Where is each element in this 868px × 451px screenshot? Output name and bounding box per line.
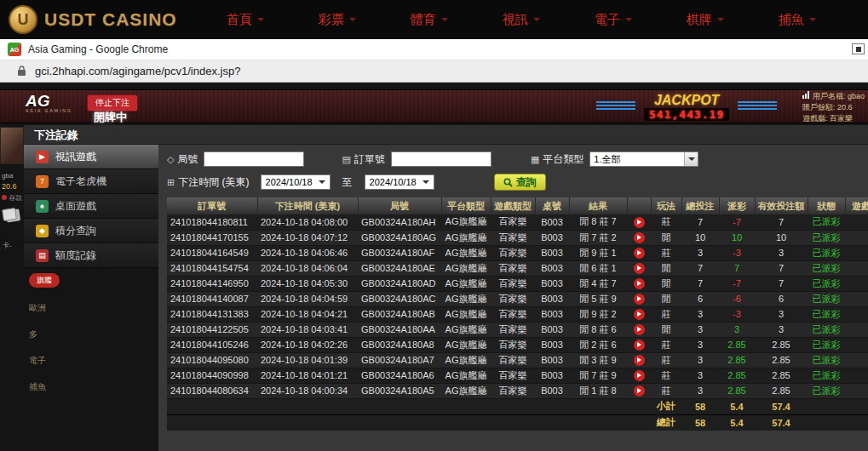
- cell-total-bet: 3: [681, 368, 719, 383]
- cell-round-number: GB00324A180AF: [358, 245, 441, 260]
- nav-item[interactable]: 視訊: [503, 12, 540, 28]
- chevron-down-icon: [533, 18, 540, 25]
- date-from-picker[interactable]: 2024/10/18: [261, 174, 331, 190]
- browser-address-bar[interactable]: gci.2hhapi.com/agingame/pcv1/index.jsp?: [0, 60, 868, 83]
- order-number-input[interactable]: [391, 151, 491, 167]
- cell-order-number: 241018044170155: [167, 230, 257, 245]
- menu-item[interactable]: 7 電子老虎機: [24, 169, 158, 194]
- cell-play-type: 閒: [651, 230, 681, 245]
- platform-type-icon: ▦: [531, 154, 539, 165]
- menu-item[interactable]: ▤ 額度記錄: [24, 243, 158, 268]
- cell-round-number: GB00324A180A5: [358, 383, 441, 398]
- window-control[interactable]: [852, 43, 865, 54]
- cell-total-bet: 3: [681, 306, 719, 322]
- menu-item-label: 積分查詢: [55, 224, 96, 238]
- url-text[interactable]: gci.2hhapi.com/agingame/pcv1/index.jsp?: [35, 65, 240, 77]
- cell-platform-type: AG旗艦廳: [441, 230, 491, 245]
- replay-play-icon[interactable]: [634, 248, 645, 259]
- menu-item-label: 桌面遊戲: [55, 199, 96, 214]
- table-row: 241018044164549 2024-10-18 04:06:46 GB00…: [167, 245, 868, 260]
- cell-platform-type: AG旗艦廳: [441, 383, 491, 398]
- column-header-game-detail: 遊戲詳情: [845, 197, 868, 214]
- column-header-result: 結果: [569, 197, 627, 214]
- cell-play-type: 莊: [651, 245, 681, 260]
- replay-play-icon[interactable]: [634, 217, 645, 228]
- cell-bet-time: 2024-10-18 04:04:59: [257, 291, 358, 306]
- round-number-input[interactable]: [204, 151, 304, 167]
- platform-type-select[interactable]: 1.全部: [589, 151, 698, 167]
- brand-logo[interactable]: U USDT CASINO: [9, 5, 177, 34]
- cell-platform-type: AG旗艦廳: [441, 260, 491, 276]
- cell-total-bet: 7: [681, 276, 719, 291]
- cell-bet-time: 2024-10-18 04:01:21: [257, 368, 358, 383]
- nav-item-label: 視訊: [503, 12, 528, 28]
- nav-item[interactable]: 首頁: [227, 12, 264, 28]
- lobby-balance-fragment: 20.6: [2, 182, 17, 191]
- nav-item[interactable]: 捕魚: [779, 12, 816, 28]
- lock-icon[interactable]: [17, 66, 26, 77]
- nav-item[interactable]: 彩票: [319, 12, 356, 28]
- order-number-label: 訂單號: [354, 152, 385, 167]
- menu-item-label: 視訊遊戲: [55, 150, 96, 164]
- column-header-valid-bet: 有效投注額: [755, 197, 808, 214]
- menu-item[interactable]: ♠ 桌面遊戲: [24, 194, 158, 219]
- cell-play-type: 閒: [651, 260, 681, 276]
- cell-game-detail: -: [845, 260, 868, 276]
- jackpot-value: 541,443.19: [644, 108, 729, 121]
- cell-status: 已派彩: [808, 383, 845, 398]
- subtotal-row: 小計 58 5.4 57.4: [167, 398, 868, 414]
- replay-play-icon[interactable]: [634, 324, 645, 335]
- select-arrow-icon: [684, 152, 698, 166]
- date-to-picker[interactable]: 2024/10/18: [365, 174, 434, 190]
- jackpot-display: JACKPOT 541,443.19: [644, 93, 729, 121]
- replay-play-icon[interactable]: [634, 385, 645, 397]
- cell-result: 閒 8 莊 6: [569, 322, 627, 337]
- replay-play-icon[interactable]: [634, 263, 645, 274]
- replay-play-icon[interactable]: [634, 370, 645, 381]
- platform-type-label: 平台類型: [543, 152, 583, 167]
- nav-item[interactable]: 電子: [595, 12, 632, 28]
- replay-play-icon[interactable]: [634, 232, 645, 243]
- cell-game-detail: -: [845, 383, 868, 398]
- cell-platform-type: AG旗艦廳: [441, 245, 491, 260]
- cell-payout: -7: [719, 276, 755, 291]
- cell-round-number: GB00324A180AB: [358, 306, 441, 322]
- replay-play-icon[interactable]: [634, 340, 645, 351]
- nav-item[interactable]: 棋牌: [687, 12, 724, 28]
- cell-valid-bet: 2.85: [755, 352, 808, 368]
- cell-payout: 2.85: [719, 352, 755, 368]
- bet-records-table: 訂單號 下注時間 (美東) 局號 平台類型 遊戲類型 桌號 結果 玩法 總: [167, 197, 868, 431]
- user-info: 用戶名稱: gbao 賬戶餘額: 20.6 遊戲廳: 百家樂: [802, 91, 865, 124]
- coin-logo-icon: U: [9, 5, 37, 34]
- replay-play-icon[interactable]: [634, 309, 645, 320]
- menu-item[interactable]: ▶ 視訊遊戲: [24, 145, 158, 169]
- cell-replay: [627, 306, 651, 322]
- cell-game-type: 百家樂: [491, 337, 535, 352]
- search-button[interactable]: 查詢: [494, 174, 546, 191]
- replay-play-icon[interactable]: [634, 294, 645, 305]
- cell-total-bet: 6: [681, 291, 719, 306]
- column-header-replay: [627, 197, 651, 214]
- records-content: ◇ 局號 ▤ 訂單號 ▦ 平台類型 1.全部 ⊞: [158, 145, 868, 451]
- column-header-bet-time: 下注時間 (美東): [257, 197, 358, 214]
- cell-replay: [627, 230, 651, 245]
- nav-item[interactable]: 體育: [411, 12, 448, 28]
- cell-game-type: 百家樂: [491, 383, 535, 398]
- game-hall: 遊戲廳: 百家樂: [802, 113, 865, 124]
- cell-table-number: B003: [535, 306, 569, 322]
- chevron-down-icon: [257, 18, 264, 25]
- cell-order-number: 241018044090998: [167, 368, 257, 383]
- points-query-icon: ◆: [36, 225, 49, 237]
- cell-round-number: GB00324A180AH: [358, 214, 441, 230]
- replay-play-icon[interactable]: [634, 278, 645, 289]
- stop-bet-button[interactable]: 停止下注: [87, 94, 138, 111]
- cell-platform-type: AG旗艦廳: [441, 306, 491, 322]
- bet-time-label: 下注時間 (美東): [178, 175, 249, 190]
- search-button-label: 查詢: [516, 175, 537, 190]
- menu-item[interactable]: ◆ 積分查詢: [24, 219, 158, 243]
- cell-table-number: B003: [535, 322, 569, 337]
- main-nav: 首頁 彩票 體育 視訊 電子: [227, 12, 816, 28]
- replay-play-icon[interactable]: [634, 355, 645, 366]
- cell-replay: [627, 322, 651, 337]
- table-row: 241018044090998 2024-10-18 04:01:21 GB00…: [167, 368, 868, 383]
